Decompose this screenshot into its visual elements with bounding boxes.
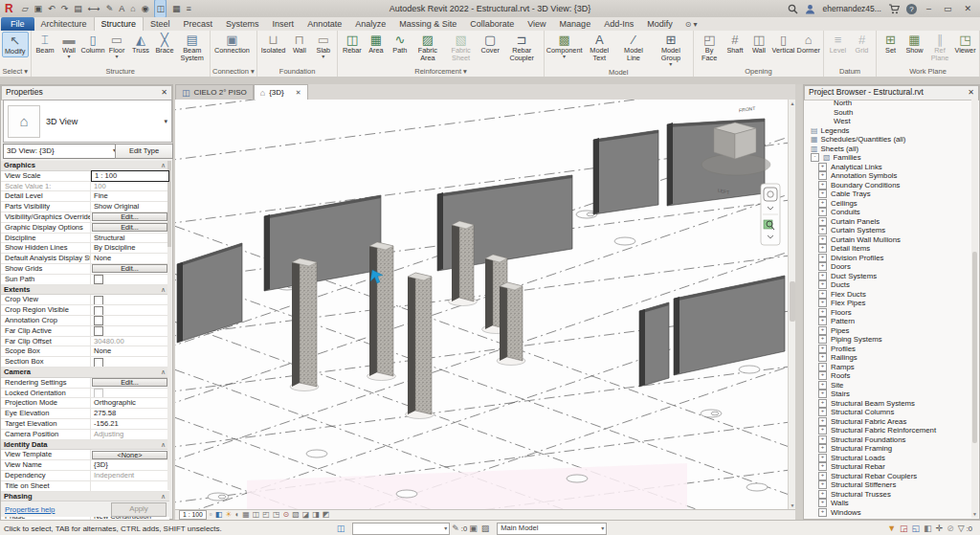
signed-in-user[interactable]: ehernandez45... [822, 4, 880, 13]
property-value[interactable]: Fine [91, 191, 169, 201]
user-avatar-icon[interactable] [805, 4, 815, 14]
ribbon-panel-label[interactable]: Select ▾ [2, 67, 29, 77]
expand-icon[interactable]: + [818, 335, 827, 344]
tree-item-structural-columns[interactable]: +Structural Columns [805, 408, 971, 417]
type-selector[interactable]: ⌂ 3D View ▾ [3, 100, 172, 143]
ribbon-btn-area[interactable]: ▦Area [364, 32, 388, 56]
ribbon-btn-model-text[interactable]: AModel Text [583, 32, 616, 63]
expand-icon[interactable]: - [811, 153, 819, 162]
property-value[interactable]: By Discipline [91, 243, 169, 253]
expand-icon[interactable]: + [818, 299, 827, 307]
property-value[interactable]: 1 : 100 [91, 170, 169, 182]
expand-icon[interactable]: + [818, 462, 827, 471]
ribbon-btn-connection[interactable]: ▣Connection [212, 32, 252, 56]
expand-icon[interactable]: + [818, 171, 827, 180]
section-box-checkbox[interactable] [94, 358, 103, 367]
cart-icon[interactable] [888, 4, 900, 14]
property-value[interactable]: Edit... [91, 264, 169, 274]
ribbon-panel-label[interactable]: Structure [33, 67, 208, 77]
ribbon-tab-add-ins[interactable]: Add-Ins [597, 17, 640, 31]
crop-view-icon[interactable]: ◫ [253, 510, 260, 520]
tree-item-west[interactable]: West [805, 117, 971, 126]
property-value[interactable] [91, 326, 169, 336]
ribbon-tab-modify[interactable]: Modify [640, 17, 679, 31]
reveal-hidden-icon[interactable]: ⊙ [282, 510, 289, 520]
undo-icon[interactable]: ↶ [48, 0, 56, 17]
expand-icon[interactable]: + [818, 290, 827, 299]
design-option-combo[interactable]: Main Model ▾ [497, 523, 607, 535]
model-wall[interactable] [593, 130, 658, 214]
property-value[interactable]: None [91, 346, 169, 356]
rendering-settings-button[interactable]: Edit... [92, 378, 167, 387]
design-options-icon[interactable]: ▣ [469, 524, 478, 533]
model-column[interactable] [406, 273, 434, 419]
user-interface-icon[interactable]: ≡ [187, 0, 191, 17]
temporary-properties-icon[interactable]: ▧ [292, 510, 300, 520]
model-column[interactable] [290, 258, 319, 391]
ribbon-btn-fabric-area[interactable]: ▨Fabric Area [412, 32, 443, 63]
aligned-dimension-icon[interactable]: ✎ [106, 0, 114, 17]
expand-icon[interactable]: + [818, 308, 827, 317]
model-column[interactable] [368, 242, 396, 381]
property-section-phasing[interactable]: Phasing∧ [1, 492, 169, 502]
open-icon[interactable]: ▱ [22, 0, 29, 17]
ribbon-btn-wall[interactable]: ◫Wall [746, 32, 770, 56]
crop-view-checkbox[interactable] [94, 296, 103, 304]
property-value[interactable]: 275.58 [91, 409, 169, 418]
worksharing-icon[interactable]: ◨ [312, 510, 320, 520]
ribbon-panel-label[interactable]: Reinforcement ▾ [340, 67, 541, 77]
active-option-icon[interactable]: ▨ [481, 524, 490, 533]
ribbon-btn-model-line[interactable]: ∕Model Line [616, 32, 651, 63]
ribbon-tab-analyze[interactable]: Analyze [348, 17, 392, 31]
expand-icon[interactable]: + [818, 326, 827, 335]
tree-item-roofs[interactable]: +Roofs [805, 371, 971, 381]
tree-item-curtain-panels[interactable]: +Curtain Panels [805, 217, 971, 227]
tree-item-duct-systems[interactable]: +Duct Systems [805, 272, 971, 281]
model-wall[interactable] [639, 302, 669, 387]
save-icon[interactable]: ▣ [34, 0, 43, 17]
editable-only-icon[interactable]: ✎ [452, 524, 459, 533]
ribbon-btn-dormer[interactable]: ⌂Dormer [796, 32, 821, 56]
view-template-button[interactable]: <None> [92, 451, 167, 459]
ribbon-btn-path[interactable]: ∿Path [388, 32, 412, 56]
property-value[interactable]: <None> [91, 450, 169, 459]
far-clip-active-checkbox[interactable] [94, 326, 103, 335]
tree-item-pattern[interactable]: +Pattern [805, 317, 971, 326]
collapse-icon[interactable]: ∧ [161, 492, 169, 502]
tree-item-stairs[interactable]: +Stairs [805, 390, 971, 399]
locked-orientation-checkbox[interactable] [94, 389, 103, 397]
property-value[interactable]: None [91, 254, 169, 263]
search-icon[interactable] [788, 4, 798, 14]
expand-icon[interactable]: + [818, 472, 827, 480]
ribbon-btn-column[interactable]: ▯Column [81, 32, 105, 56]
ribbon-btn-shaft[interactable]: #Shaft [723, 32, 746, 56]
press-drag-icon[interactable]: ⊘ [947, 524, 954, 533]
expand-icon[interactable]: + [818, 280, 827, 289]
selection-filter-icon[interactable]: ▽ [958, 524, 965, 533]
ribbon-btn-rebar[interactable]: ◫Rebar [340, 32, 364, 56]
property-value[interactable]: Show Original [91, 202, 169, 212]
ribbon-btn-by-face[interactable]: ◰By Face [696, 32, 724, 63]
ribbon-btn-viewer[interactable]: ◳Viewer [953, 32, 977, 56]
model-wall[interactable] [674, 276, 785, 375]
project-browser-close-icon[interactable]: ✕ [968, 86, 974, 100]
property-value[interactable] [91, 295, 169, 304]
expand-icon[interactable]: + [818, 254, 827, 262]
property-section-identity-data[interactable]: Identity Data∧ [1, 440, 169, 451]
tree-item-profiles[interactable]: +Profiles [805, 345, 971, 354]
expand-icon[interactable]: + [818, 371, 827, 380]
tree-item-north[interactable]: North [805, 99, 971, 108]
expand-icon[interactable]: + [818, 381, 827, 390]
tree-item-conduits[interactable]: +Conduits [805, 208, 971, 217]
property-value[interactable]: Independent [91, 471, 169, 480]
expand-icon[interactable]: + [818, 208, 827, 216]
ribbon-panel-label[interactable]: Foundation [259, 67, 336, 77]
tree-item-structural-trusses[interactable]: +Structural Trusses [805, 490, 971, 500]
restore-button[interactable]: ▭ [941, 4, 955, 13]
tree-item-structural-rebar-couplers[interactable]: +Structural Rebar Couplers [805, 472, 971, 481]
property-section-extents[interactable]: Extents∧ [1, 285, 169, 296]
property-value[interactable] [91, 316, 169, 325]
property-value[interactable]: -156.21 [91, 419, 169, 429]
select-by-face-icon[interactable]: ◧ [924, 524, 932, 533]
ribbon-btn-vertical[interactable]: ▯Vertical [770, 32, 795, 56]
